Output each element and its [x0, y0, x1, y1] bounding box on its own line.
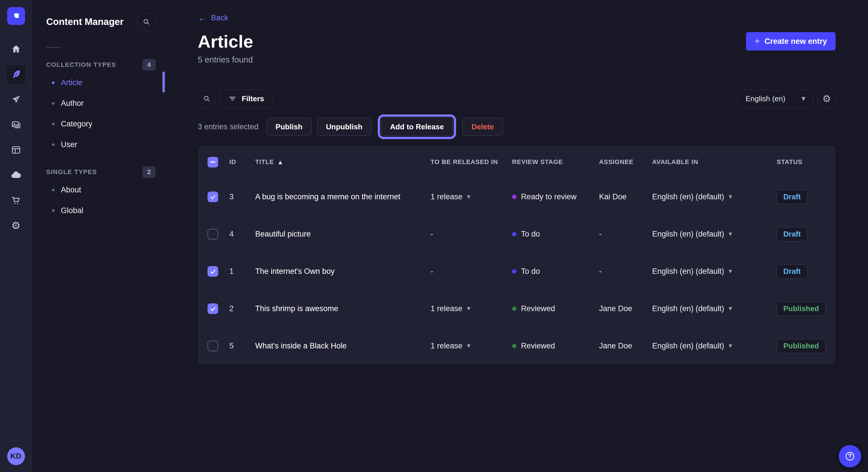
- cell-release[interactable]: 1 release ▼: [431, 304, 512, 313]
- table-row[interactable]: 1 The internet's Own boy - To do - Engli…: [198, 252, 836, 290]
- question-mark-icon: [844, 451, 856, 462]
- column-header-assignee[interactable]: ASSIGNEE: [599, 158, 652, 166]
- user-avatar[interactable]: KD: [7, 447, 25, 465]
- page-title: Article: [198, 32, 253, 51]
- collection-types-count-badge: 4: [143, 59, 156, 71]
- cloud-icon[interactable]: [7, 166, 25, 184]
- selection-count-label: 3 entries selected: [198, 123, 259, 131]
- cell-assignee: Jane Doe: [599, 304, 652, 313]
- subnav-search-button[interactable]: [137, 12, 156, 31]
- status-badge: Published: [777, 302, 826, 316]
- cell-id: 2: [229, 304, 255, 313]
- locale-value: English (en): [745, 94, 785, 103]
- strapi-logo-icon: [11, 11, 21, 21]
- add-to-release-button[interactable]: Add to Release: [381, 118, 453, 136]
- bullet-icon: [52, 209, 55, 212]
- cell-available-in[interactable]: English (en) (default) ▼: [652, 304, 777, 313]
- status-badge: Published: [777, 339, 826, 353]
- gear-icon: ⚙: [823, 94, 831, 103]
- table-row[interactable]: 3 A bug is becoming a meme on the intern…: [198, 178, 836, 215]
- chevron-down-icon: ▼: [801, 96, 805, 101]
- filters-button[interactable]: Filters: [220, 90, 272, 107]
- cell-title: Beautiful picture: [255, 230, 431, 239]
- select-all-checkbox[interactable]: [208, 157, 218, 167]
- content-type-builder-icon[interactable]: [7, 141, 25, 159]
- chevron-down-icon: ▼: [467, 344, 470, 348]
- column-header-available-in[interactable]: AVAILABLE IN: [652, 158, 777, 166]
- subnav-divider: [46, 47, 60, 47]
- locale-select[interactable]: English (en) ▼: [738, 90, 813, 107]
- table-row[interactable]: 4 Beautiful picture - To do - English (e…: [198, 215, 836, 252]
- filter-icon: [228, 95, 237, 103]
- cell-id: 3: [229, 193, 255, 201]
- view-settings-button[interactable]: ⚙: [818, 90, 836, 107]
- chevron-down-icon: ▼: [729, 232, 732, 236]
- table-row[interactable]: 5 What's inside a Black Hole 1 release ▼…: [198, 327, 836, 365]
- table-header-row: ID TITLE ▲ TO BE RELEASED IN REVIEW STAG…: [198, 146, 836, 178]
- home-icon[interactable]: [7, 40, 25, 58]
- create-new-entry-button[interactable]: + Create new entry: [746, 32, 836, 50]
- row-checkbox[interactable]: [208, 229, 218, 239]
- chevron-down-icon: ▼: [729, 344, 732, 348]
- bullet-icon: [52, 81, 55, 84]
- sidebar-item-user[interactable]: User: [32, 134, 165, 155]
- row-checkbox[interactable]: [208, 341, 218, 351]
- delete-button[interactable]: Delete: [462, 118, 503, 136]
- status-badge: Draft: [777, 227, 807, 241]
- content-manager-icon[interactable]: [7, 65, 25, 83]
- stage-dot-icon: [512, 344, 516, 348]
- publish-button[interactable]: Publish: [267, 118, 311, 136]
- stage-dot-icon: [512, 195, 516, 199]
- stage-dot-icon: [512, 307, 516, 311]
- content-manager-subnav: Content Manager COLLECTION TYPES 4 Artic…: [32, 0, 165, 472]
- single-types-section: SINGLE TYPES 2 About Global: [32, 166, 165, 221]
- sort-ascending-icon: ▲: [278, 159, 282, 165]
- cell-release[interactable]: 1 release ▼: [431, 341, 512, 350]
- help-button[interactable]: [839, 445, 861, 467]
- row-checkbox[interactable]: [208, 303, 218, 314]
- settings-gear-icon[interactable]: ⚙: [7, 216, 25, 235]
- cell-release[interactable]: 1 release ▼: [431, 193, 512, 201]
- cell-id: 5: [229, 341, 255, 350]
- unpublish-button[interactable]: Unpublish: [317, 118, 371, 136]
- arrow-left-icon: ←: [198, 13, 207, 22]
- sidebar-item-category[interactable]: Category: [32, 113, 165, 134]
- stage-dot-icon: [512, 232, 516, 236]
- sidebar-item-article[interactable]: Article: [32, 72, 165, 93]
- cell-available-in[interactable]: English (en) (default) ▼: [652, 230, 777, 239]
- column-header-title[interactable]: TITLE ▲: [255, 158, 431, 166]
- chevron-down-icon: ▼: [729, 269, 732, 274]
- sidebar-item-global[interactable]: Global: [32, 200, 165, 221]
- plus-icon: +: [755, 36, 760, 45]
- filters-label: Filters: [242, 94, 264, 103]
- row-checkbox[interactable]: [208, 192, 218, 202]
- sidebar-item-author[interactable]: Author: [32, 93, 165, 113]
- column-header-release[interactable]: TO BE RELEASED IN: [431, 158, 512, 166]
- table-row[interactable]: 2 This shrimp is awesome 1 release ▼ Rev…: [198, 290, 836, 327]
- single-types-label: SINGLE TYPES: [46, 168, 97, 176]
- entries-table: ID TITLE ▲ TO BE RELEASED IN REVIEW STAG…: [198, 146, 836, 365]
- cell-release: -: [431, 230, 512, 239]
- column-header-status[interactable]: STATUS: [777, 158, 836, 166]
- cell-available-in[interactable]: English (en) (default) ▼: [652, 341, 777, 350]
- column-header-id[interactable]: ID: [229, 158, 255, 166]
- back-link[interactable]: ← Back: [198, 13, 228, 22]
- strapi-logo[interactable]: [7, 7, 25, 25]
- marketplace-cart-icon[interactable]: [7, 191, 25, 210]
- column-header-review-stage[interactable]: REVIEW STAGE: [512, 158, 599, 166]
- cell-id: 4: [229, 230, 255, 239]
- table-search-button[interactable]: [198, 90, 216, 107]
- cell-available-in[interactable]: English (en) (default) ▼: [652, 267, 777, 276]
- sidebar-item-label: Article: [61, 78, 82, 87]
- row-checkbox[interactable]: [208, 266, 218, 277]
- releases-plane-icon[interactable]: [7, 90, 25, 109]
- cell-assignee: -: [599, 267, 652, 276]
- cell-available-in[interactable]: English (en) (default) ▼: [652, 193, 777, 201]
- bullet-icon: [52, 189, 55, 191]
- media-library-icon[interactable]: [7, 115, 25, 134]
- bullet-icon: [52, 123, 55, 125]
- cell-assignee: Jane Doe: [599, 341, 652, 350]
- cell-title: A bug is becoming a meme on the internet: [255, 193, 431, 201]
- sidebar-item-about[interactable]: About: [32, 179, 165, 200]
- sidebar-item-label: Author: [61, 99, 84, 108]
